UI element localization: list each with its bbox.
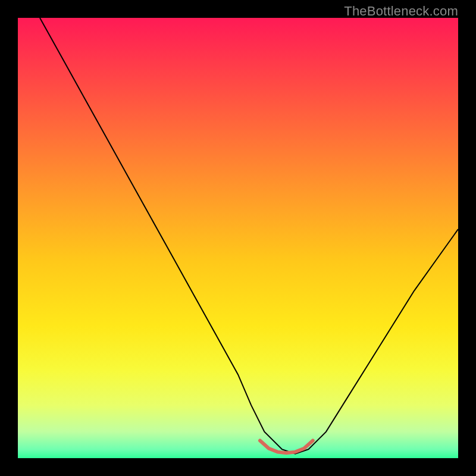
watermark-text: TheBottleneck.com	[344, 4, 458, 19]
plot-area	[18, 18, 458, 458]
bottleneck-curve	[40, 18, 458, 454]
curve-layer	[18, 18, 458, 458]
chart-container: TheBottleneck.com	[0, 0, 476, 476]
